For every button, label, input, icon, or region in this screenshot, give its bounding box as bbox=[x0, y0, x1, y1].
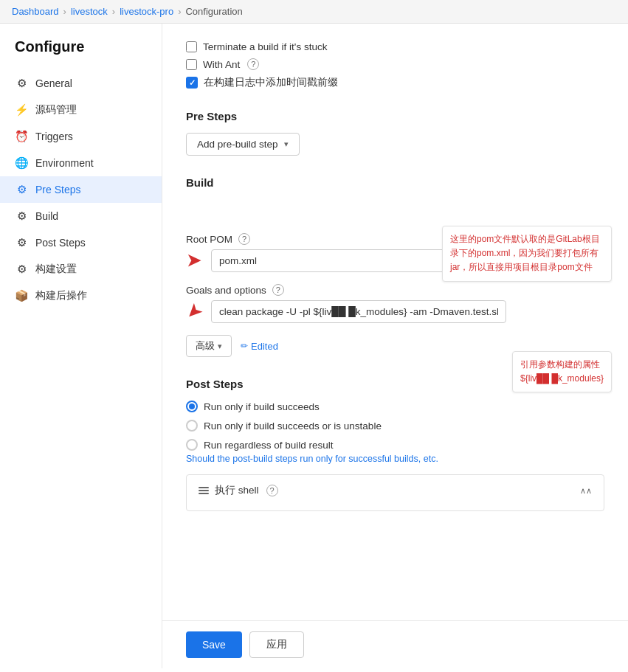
red-arrow-1-icon: ➤ bbox=[186, 249, 202, 272]
sidebar-item-general[interactable]: ⚙ General bbox=[0, 70, 162, 97]
sidebar-label-post-build: 构建后操作 bbox=[35, 289, 87, 302]
sidebar-item-triggers[interactable]: ⏰ Triggers bbox=[0, 123, 162, 150]
goals-input[interactable] bbox=[211, 300, 506, 323]
pencil-icon: ✏ bbox=[241, 341, 248, 351]
sidebar-label-environment: Environment bbox=[35, 157, 94, 169]
run-unstable-label: Run only if build succeeds or is unstabl… bbox=[204, 420, 382, 432]
timestamp-checkbox-checked[interactable] bbox=[186, 77, 198, 89]
run-success-label: Run only if build succeeds bbox=[204, 401, 320, 412]
sidebar-item-post-steps[interactable]: ⚙ Post Steps bbox=[0, 229, 162, 256]
add-pre-build-label: Add pre-build step bbox=[197, 139, 278, 150]
sidebar-label-build: Build bbox=[35, 210, 58, 222]
pre-steps-section: Pre Steps Add pre-build step ▾ bbox=[186, 110, 604, 156]
globe-icon: 🌐 bbox=[15, 156, 28, 170]
gear-icon: ⚙ bbox=[15, 77, 28, 90]
run-success-radio[interactable] bbox=[186, 401, 198, 412]
breadcrumb-sep-3: › bbox=[178, 6, 181, 17]
main-content: Terminate a build if it's stuck With Ant… bbox=[162, 24, 628, 620]
annotation-callout-1: 这里的pom文件默认取的是GitLab根目录下的pom.xml，因为我们要打包所… bbox=[442, 226, 612, 282]
poststeps-gear-icon: ⚙ bbox=[15, 236, 28, 249]
root-pom-help-icon[interactable]: ? bbox=[238, 233, 250, 245]
source-icon: ⚡ bbox=[15, 103, 28, 117]
breadcrumb-sep-2: › bbox=[112, 6, 115, 17]
with-ant-checkbox[interactable] bbox=[186, 59, 197, 70]
run-regardless-radio-row: Run regardless of build result bbox=[186, 439, 604, 451]
build-wrapper: 这里的pom文件默认取的是GitLab根目录下的pom.xml，因为我们要打包所… bbox=[186, 233, 604, 357]
sidebar-item-pre-steps[interactable]: ⚙ Pre Steps bbox=[0, 176, 162, 203]
shell-lines-icon bbox=[199, 487, 209, 494]
annotation-callout-2: 引用参数构建的属性${liv██ █k_modules} bbox=[512, 351, 612, 392]
sidebar-label-general: General bbox=[35, 77, 72, 89]
breadcrumb: Dashboard › livestock › livestock-pro › … bbox=[0, 0, 628, 24]
shell-help-icon[interactable]: ? bbox=[266, 485, 278, 496]
post-steps-link[interactable]: Should the post-build steps run only for… bbox=[186, 454, 604, 464]
goals-help-icon[interactable]: ? bbox=[272, 284, 284, 296]
collapse-button[interactable]: ∧∧ bbox=[580, 486, 592, 496]
shell-label: 执行 shell bbox=[215, 484, 259, 497]
advanced-label: 高级 bbox=[196, 339, 215, 353]
sidebar-label-build-settings: 构建设置 bbox=[35, 263, 77, 276]
presteps-gear-icon: ⚙ bbox=[15, 183, 28, 196]
run-unstable-radio-row: Run only if build succeeds or is unstabl… bbox=[186, 420, 604, 432]
run-regardless-label: Run regardless of build result bbox=[204, 440, 334, 451]
timestamp-checkbox-row: 在构建日志中添加时间戳前缀 bbox=[186, 76, 604, 89]
footer: Save 应用 bbox=[162, 620, 628, 668]
settings-gear-icon: ⚙ bbox=[15, 263, 28, 276]
breadcrumb-current: Configuration bbox=[185, 6, 242, 17]
top-checkboxes-section: Terminate a build if it's stuck With Ant… bbox=[186, 41, 604, 89]
terminate-checkbox[interactable] bbox=[186, 41, 197, 52]
package-icon: 📦 bbox=[15, 289, 28, 302]
sidebar-label-post-steps: Post Steps bbox=[35, 237, 86, 249]
sidebar-title: Configure bbox=[0, 38, 162, 70]
with-ant-checkbox-row: With Ant ? bbox=[186, 58, 604, 70]
run-success-radio-row: Run only if build succeeds bbox=[186, 401, 604, 412]
goals-group: Goals and options ? ➤ bbox=[186, 284, 604, 323]
sidebar-item-post-build[interactable]: 📦 构建后操作 bbox=[0, 283, 162, 309]
sidebar-label-triggers: Triggers bbox=[35, 131, 73, 142]
build-section: Build 这里的pom文件默认取的是GitLab根目录下的pom.xml，因为… bbox=[186, 176, 604, 357]
sidebar-item-build[interactable]: ⚙ Build bbox=[0, 203, 162, 229]
sidebar-item-build-settings[interactable]: ⚙ 构建设置 bbox=[0, 256, 162, 283]
red-arrow-2-icon: ➤ bbox=[180, 298, 207, 325]
advanced-button[interactable]: 高级 ▾ bbox=[186, 335, 232, 357]
timestamp-label: 在构建日志中添加时间戳前缀 bbox=[204, 76, 338, 89]
run-regardless-radio[interactable] bbox=[186, 439, 198, 451]
annotation-text-2: 引用参数构建的属性${liv██ █k_modules} bbox=[520, 359, 604, 384]
run-unstable-radio[interactable] bbox=[186, 420, 198, 432]
terminate-label: Terminate a build if it's stuck bbox=[203, 41, 327, 52]
pre-steps-title: Pre Steps bbox=[186, 110, 604, 122]
advanced-chevron-icon: ▾ bbox=[218, 342, 222, 351]
breadcrumb-dashboard[interactable]: Dashboard bbox=[12, 6, 59, 17]
terminate-checkbox-row: Terminate a build if it's stuck bbox=[186, 41, 604, 52]
dropdown-chevron-icon: ▾ bbox=[284, 139, 289, 149]
sidebar: Configure ⚙ General ⚡ 源码管理 ⏰ Triggers 🌐 … bbox=[0, 24, 162, 668]
sidebar-label-pre-steps: Pre Steps bbox=[35, 184, 80, 195]
shell-card: 执行 shell ? ∧∧ bbox=[186, 474, 604, 511]
goals-label: Goals and options ? bbox=[186, 284, 604, 296]
build-gear-icon: ⚙ bbox=[15, 209, 28, 223]
add-pre-build-step-button[interactable]: Add pre-build step ▾ bbox=[186, 133, 300, 156]
clock-icon: ⏰ bbox=[15, 130, 28, 143]
sidebar-item-environment[interactable]: 🌐 Environment bbox=[0, 150, 162, 176]
annotation-text-1: 这里的pom文件默认取的是GitLab根目录下的pom.xml，因为我们要打包所… bbox=[450, 234, 600, 272]
sidebar-item-source[interactable]: ⚡ 源码管理 bbox=[0, 97, 162, 123]
edited-label: ✏ Edited bbox=[241, 341, 278, 352]
breadcrumb-livestock-pro[interactable]: livestock-pro bbox=[120, 6, 173, 17]
post-steps-section: Post Steps Run only if build succeeds Ru… bbox=[186, 378, 604, 511]
breadcrumb-livestock[interactable]: livestock bbox=[71, 6, 108, 17]
shell-header: 执行 shell ? ∧∧ bbox=[199, 484, 592, 497]
build-title: Build bbox=[186, 176, 604, 189]
sidebar-label-source: 源码管理 bbox=[35, 103, 77, 117]
apply-button[interactable]: 应用 bbox=[249, 631, 304, 658]
with-ant-help-icon[interactable]: ? bbox=[247, 58, 259, 70]
with-ant-label: With Ant bbox=[203, 59, 240, 70]
save-button[interactable]: Save bbox=[186, 631, 242, 658]
breadcrumb-sep-1: › bbox=[63, 6, 66, 17]
